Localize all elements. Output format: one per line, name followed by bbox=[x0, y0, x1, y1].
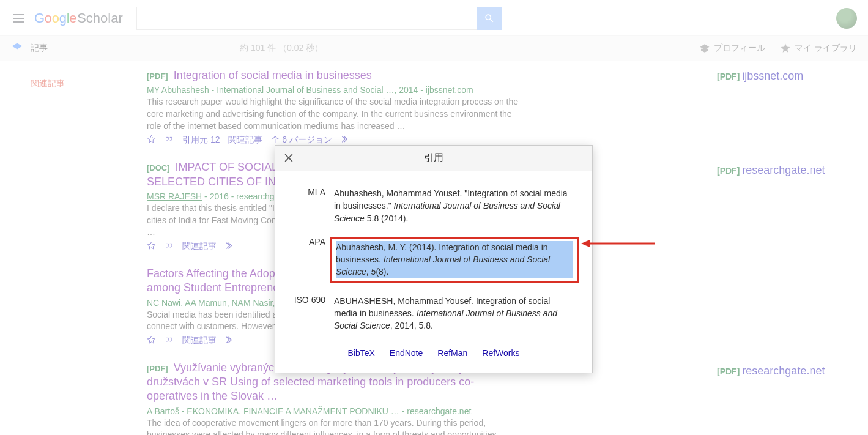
export-refman[interactable]: RefMan bbox=[437, 348, 467, 358]
export-refworks[interactable]: RefWorks bbox=[482, 348, 519, 358]
more-icon[interactable] bbox=[225, 335, 234, 346]
profile-link[interactable]: プロフィール bbox=[699, 43, 765, 54]
file-tag: [DOC] bbox=[147, 163, 170, 173]
subbar: 記事 約 101 件 （0.02 秒） プロフィール マイ ライブラリ bbox=[0, 35, 868, 61]
result-snippet: This research paper would highlight the … bbox=[147, 96, 520, 132]
related-link[interactable]: 関連記事 bbox=[228, 135, 262, 146]
close-icon[interactable] bbox=[283, 152, 295, 166]
search-input[interactable] bbox=[136, 7, 477, 30]
result-title-text: Integration of social media in businesse… bbox=[174, 69, 372, 81]
cite-icon[interactable] bbox=[165, 135, 174, 146]
hamburger-menu-icon[interactable] bbox=[11, 11, 26, 26]
cite-icon[interactable] bbox=[165, 241, 174, 252]
related-link[interactable]: 関連記事 bbox=[182, 335, 217, 346]
export-bibtex[interactable]: BibTeX bbox=[347, 348, 374, 358]
library-label: マイ ライブラリ bbox=[795, 43, 857, 54]
result-1: [PDF] Integration of social media in bus… bbox=[147, 69, 697, 146]
result-author[interactable]: MSR RAJESH bbox=[147, 191, 202, 201]
annotation-arrow bbox=[581, 237, 655, 252]
right-tag: [PDF] bbox=[717, 72, 740, 81]
save-icon[interactable] bbox=[147, 135, 156, 146]
modal-header: 引用 bbox=[275, 146, 592, 171]
profile-label: プロフィール bbox=[714, 43, 765, 54]
versions-link[interactable]: 全 6 バージョン bbox=[271, 135, 332, 146]
save-icon[interactable] bbox=[147, 241, 156, 252]
right-tag: [PDF] bbox=[717, 166, 740, 176]
svg-marker-1 bbox=[581, 240, 590, 247]
cite-label-mla: MLA bbox=[292, 187, 334, 225]
result-meta: A Bartoš - EKONOMIKA, FINANCIE A MANAŽME… bbox=[147, 406, 697, 416]
logo-scholar-text: Scholar bbox=[77, 10, 123, 26]
result-snippet: The idea of cooperative movement lingers… bbox=[147, 417, 520, 435]
cited-by-link[interactable]: 引用元 12 bbox=[182, 135, 220, 146]
right-link[interactable]: [PDF]researchgate.net bbox=[717, 164, 825, 177]
apa-highlight-box: Abuhashesh, M. Y. (2014). Integration of… bbox=[330, 237, 579, 283]
search-button[interactable] bbox=[477, 7, 502, 30]
right-tag: [PDF] bbox=[717, 366, 740, 376]
right-domain: researchgate.net bbox=[742, 164, 825, 176]
result-actions: 引用元 12 関連記事 全 6 バージョン bbox=[147, 135, 697, 146]
result-author[interactable]: MY Abuhashesh bbox=[147, 85, 209, 95]
export-row: BibTeX EndNote RefMan RefWorks bbox=[292, 344, 575, 360]
right-link[interactable]: [PDF]researchgate.net bbox=[717, 365, 825, 377]
star-icon bbox=[780, 43, 791, 54]
cite-row-iso: ISO 690 ABUHASHESH, Mohammad Yousef. Int… bbox=[292, 295, 575, 332]
more-icon[interactable] bbox=[341, 135, 350, 146]
results-count: 約 101 件 （0.02 秒） bbox=[240, 43, 323, 54]
right-link[interactable]: [PDF]ijbssnet.com bbox=[717, 70, 803, 83]
modal-title: 引用 bbox=[424, 152, 443, 165]
library-link[interactable]: マイ ライブラリ bbox=[780, 43, 857, 54]
cite-label-iso: ISO 690 bbox=[292, 295, 334, 332]
article-icon bbox=[11, 42, 23, 56]
cite-text-iso[interactable]: ABUHASHESH, Mohammad Yousef. Integration… bbox=[334, 295, 575, 332]
cite-icon[interactable] bbox=[165, 335, 174, 346]
sidebar: 関連記事 bbox=[31, 78, 65, 89]
cite-text-mla[interactable]: Abuhashesh, Mohammad Yousef. "Integratio… bbox=[334, 187, 575, 225]
cite-modal: 引用 MLA Abuhashesh, Mohammad Yousef. "Int… bbox=[275, 145, 593, 373]
search-icon bbox=[484, 13, 495, 24]
article-label: 記事 bbox=[31, 43, 48, 54]
result-meta-rest: - International Journal of Business and … bbox=[209, 85, 473, 95]
file-tag: [PDF] bbox=[147, 72, 168, 81]
search-box bbox=[136, 7, 502, 30]
related-link[interactable]: 関連記事 bbox=[182, 241, 217, 252]
right-domain: ijbssnet.com bbox=[742, 70, 803, 82]
header: Google Scholar bbox=[0, 0, 868, 35]
cite-text-apa[interactable]: Abuhashesh, M. Y. (2014). Integration of… bbox=[336, 241, 573, 278]
result-authors: NC Nawi bbox=[147, 298, 180, 308]
sidebar-related-link[interactable]: 関連記事 bbox=[31, 78, 65, 88]
result-author[interactable]: A Bartoš bbox=[147, 406, 179, 416]
result-meta: MY Abuhashesh - International Journal of… bbox=[147, 85, 697, 95]
file-tag: [PDF] bbox=[147, 364, 168, 373]
save-icon[interactable] bbox=[147, 335, 156, 346]
profile-icon bbox=[699, 43, 710, 54]
cite-label-apa: APA bbox=[292, 237, 334, 283]
more-icon[interactable] bbox=[225, 241, 234, 252]
result-meta-rest: - EKONOMIKA, FINANCIE A MANAŽMENT PODNIK… bbox=[179, 406, 471, 416]
export-endnote[interactable]: EndNote bbox=[390, 348, 423, 358]
user-avatar[interactable] bbox=[836, 8, 857, 29]
google-scholar-logo[interactable]: Google Scholar bbox=[34, 10, 123, 26]
result-title[interactable]: [PDF] Integration of social media in bus… bbox=[147, 69, 697, 83]
right-domain: researchgate.net bbox=[742, 365, 825, 377]
cite-row-apa: APA Abuhashesh, M. Y. (2014). Integratio… bbox=[292, 237, 575, 283]
cite-row-mla: MLA Abuhashesh, Mohammad Yousef. "Integr… bbox=[292, 187, 575, 225]
